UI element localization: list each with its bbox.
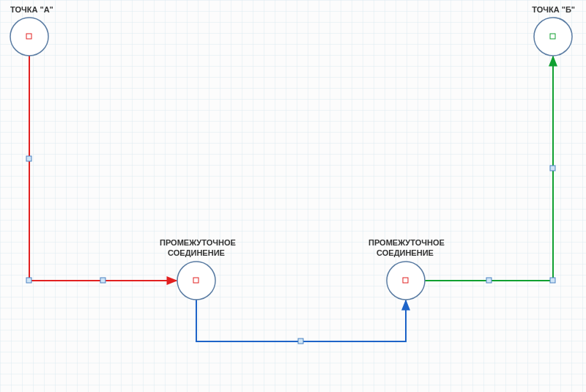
anchor-intermediate-2[interactable] — [403, 278, 408, 283]
label-intermediate-2: ПРОМЕЖУТОЧНОЕ СОЕДИНЕНИЕ — [368, 237, 442, 259]
label-intermediate-2-line1: ПРОМЕЖУТОЧНОЕ — [368, 238, 445, 247]
diagram-canvas: ТОЧКА "А" ТОЧКА "Б" ПРОМЕЖУТОЧНОЕ СОЕДИН… — [0, 0, 586, 392]
label-point-a: ТОЧКА "А" — [10, 4, 53, 15]
label-point-b: ТОЧКА "Б" — [532, 4, 575, 15]
anchor-point-b[interactable] — [550, 34, 555, 39]
label-intermediate-1-line2: СОЕДИНЕНИЕ — [168, 248, 225, 257]
label-intermediate-1-line1: ПРОМЕЖУТОЧНОЕ — [160, 238, 236, 247]
label-intermediate-1: ПРОМЕЖУТОЧНОЕ СОЕДИНЕНИЕ — [160, 237, 233, 259]
label-intermediate-2-line2: СОЕДИНЕНИЕ — [377, 248, 434, 257]
anchor-point-a[interactable] — [26, 34, 31, 39]
nodes-layer — [0, 0, 586, 392]
anchor-intermediate-1[interactable] — [193, 278, 199, 283]
